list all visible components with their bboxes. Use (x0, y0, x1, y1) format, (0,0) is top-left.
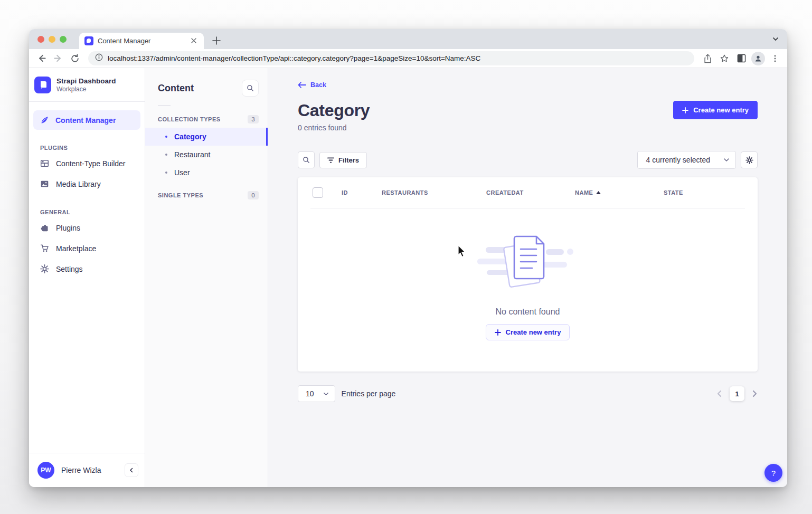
create-new-entry-button[interactable]: Create new entry (673, 101, 758, 119)
site-info-icon[interactable] (95, 53, 103, 63)
column-header-restaurants[interactable]: RESTAURANTS (382, 189, 486, 196)
forward-nav-icon[interactable] (51, 52, 65, 65)
bookmark-star-icon[interactable] (717, 52, 731, 65)
sidebar-item-label: Plugins (56, 224, 80, 232)
previous-page-chevron-icon[interactable] (716, 390, 722, 397)
single-types-count-badge: 0 (248, 191, 259, 199)
tab-strip: Content Manager (29, 29, 787, 49)
page-number-button[interactable]: 1 (730, 386, 744, 401)
new-tab-button[interactable] (210, 34, 223, 47)
user-name: Pierre Wizla (61, 466, 118, 474)
sidebar-item-plugins[interactable]: Plugins (29, 217, 145, 238)
close-window-button[interactable] (37, 36, 44, 43)
empty-create-new-entry-button[interactable]: Create new entry (486, 324, 570, 340)
strapi-logo-icon (34, 77, 51, 93)
caret-down-icon (324, 393, 328, 395)
help-button[interactable]: ? (764, 464, 782, 482)
browser-tab[interactable]: Content Manager (79, 33, 204, 49)
entries-per-page-label: Entries per page (342, 389, 396, 398)
search-icon (247, 84, 254, 92)
tab-close-icon[interactable] (189, 36, 199, 46)
filter-bar: Filters 4 currently selected (298, 151, 758, 169)
reload-icon[interactable] (68, 52, 82, 65)
sidebar-item-label: Media Library (56, 180, 101, 188)
strapi-app: Strapi Dashboard Workplace Content Manag… (29, 68, 787, 487)
content-subnav: Content COLLECTION TYPES 3 Category Rest… (145, 68, 268, 487)
sidebar-item-content-type-builder[interactable]: Content-Type Builder (29, 153, 145, 174)
filters-label: Filters (338, 156, 359, 164)
sidebar-item-marketplace[interactable]: Marketplace (29, 238, 145, 259)
table-header-row: ID RESTAURANTS CREATEDAT NAME STATE (298, 177, 758, 208)
chevron-left-icon (129, 468, 134, 473)
zoom-window-button[interactable] (60, 36, 67, 43)
subnav-item-label: User (174, 168, 190, 177)
column-header-state[interactable]: STATE (664, 189, 745, 196)
subnav-item-restaurant[interactable]: Restaurant (145, 146, 268, 164)
sidebar-item-label: Settings (56, 265, 83, 273)
sort-ascending-icon (596, 191, 601, 194)
sidebar-section-general: GENERAL (29, 194, 145, 217)
workspace-text: Strapi Dashboard Workplace (56, 77, 116, 93)
side-panel-icon[interactable] (734, 52, 748, 65)
sidebar-item-label: Content Manager (55, 116, 116, 125)
main-content: Back Category Create new entry 0 entries… (268, 68, 787, 487)
column-header-name[interactable]: NAME (575, 189, 664, 196)
single-types-label: SINGLE TYPES (158, 192, 203, 198)
share-icon[interactable] (701, 52, 714, 65)
collapse-sidebar-button[interactable] (125, 463, 138, 477)
sidebar-section-plugins: PLUGINS (29, 130, 145, 153)
subnav-item-user[interactable]: User (145, 164, 268, 182)
collection-types-label: COLLECTION TYPES (158, 116, 221, 122)
entries-count: 0 entries found (298, 123, 758, 132)
column-header-createdat[interactable]: CREATEDAT (486, 189, 575, 196)
url-bar[interactable]: localhost:1337/admin/content-manager/col… (88, 51, 694, 65)
window-controls[interactable] (37, 36, 67, 43)
column-header-id[interactable]: ID (342, 189, 382, 196)
next-page-chevron-icon[interactable] (752, 390, 758, 397)
browser-menu-icon[interactable] (768, 52, 782, 65)
subnav-item-label: Category (174, 132, 206, 141)
picture-icon (40, 179, 49, 188)
browser-profile-icon[interactable] (751, 52, 765, 65)
select-all-checkbox[interactable] (313, 187, 323, 198)
strapi-favicon-icon (84, 36, 93, 45)
filter-lines-icon (327, 157, 334, 163)
main-sidebar: Strapi Dashboard Workplace Content Manag… (29, 68, 145, 487)
sidebar-item-settings[interactable]: Settings (29, 259, 145, 279)
bullet-icon (165, 154, 167, 156)
user-avatar[interactable]: PW (37, 462, 54, 479)
workspace-name: Workplace (56, 85, 116, 93)
layout-grid-icon (40, 159, 49, 168)
bullet-icon (165, 172, 167, 174)
empty-documents-illustration (471, 230, 585, 293)
browser-toolbar: localhost:1337/admin/content-manager/col… (29, 49, 787, 68)
url-text[interactable]: localhost:1337/admin/content-manager/col… (108, 54, 480, 62)
table-search-button[interactable] (298, 151, 315, 168)
page-size-select[interactable]: 10 (298, 385, 335, 402)
subnav-item-category[interactable]: Category (145, 128, 268, 146)
search-icon (303, 156, 310, 164)
plus-icon (682, 107, 688, 113)
filters-button[interactable]: Filters (319, 152, 367, 168)
sidebar-item-media-library[interactable]: Media Library (29, 174, 145, 194)
sidebar-item-content-manager[interactable]: Content Manager (33, 110, 140, 130)
table-header-divider (310, 208, 745, 208)
tab-title: Content Manager (98, 37, 185, 45)
page-size-value: 10 (306, 389, 314, 398)
subnav-item-label: Restaurant (174, 150, 210, 159)
quill-pen-icon (40, 116, 49, 125)
fields-selected-dropdown[interactable]: 4 currently selected (637, 151, 736, 169)
subnav-search-button[interactable] (242, 80, 259, 97)
workspace-header[interactable]: Strapi Dashboard Workplace (29, 68, 145, 102)
caret-down-icon (724, 158, 729, 161)
back-link[interactable]: Back (298, 81, 326, 89)
back-nav-icon[interactable] (34, 52, 48, 65)
gear-icon (40, 264, 49, 273)
browser-window: Content Manager localhost:1337/admin/con… (29, 29, 787, 487)
gear-icon (745, 156, 753, 164)
view-settings-button[interactable] (741, 151, 758, 168)
plus-icon (495, 329, 501, 336)
entries-table: ID RESTAURANTS CREATEDAT NAME STATE (298, 177, 758, 372)
tab-list-chevron-down-icon[interactable] (771, 35, 780, 45)
minimize-window-button[interactable] (49, 36, 55, 43)
